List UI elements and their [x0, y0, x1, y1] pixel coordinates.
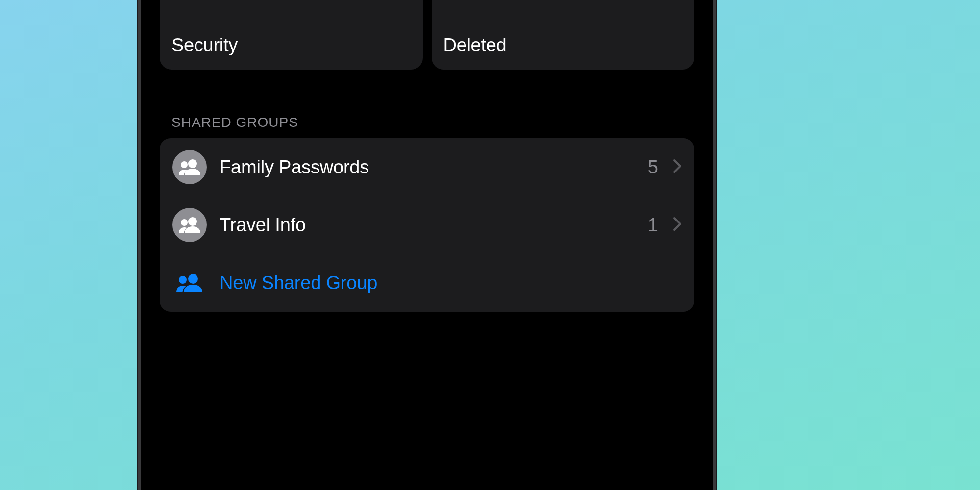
svg-point-4 [188, 274, 198, 284]
shared-groups-header: Shared Groups [150, 115, 704, 130]
new-shared-group-button[interactable]: New Shared Group [160, 254, 694, 312]
group-label: Travel Info [220, 215, 635, 236]
svg-point-0 [188, 159, 197, 168]
chevron-right-icon [673, 159, 682, 175]
shared-groups-list: Family Passwords 5 Travel Info 1 [160, 138, 694, 312]
svg-point-1 [181, 161, 188, 168]
screen: Security Deleted Shared Groups Family [150, 0, 704, 490]
deleted-tile[interactable]: Deleted [432, 0, 695, 70]
people-icon [172, 208, 207, 242]
shared-group-row[interactable]: Travel Info 1 [160, 196, 694, 254]
people-add-icon [172, 266, 207, 300]
security-tile[interactable]: Security [160, 0, 423, 70]
group-label: Family Passwords [220, 157, 635, 178]
group-count: 1 [648, 215, 658, 236]
svg-point-2 [188, 217, 197, 226]
chevron-right-icon [673, 217, 682, 233]
tile-label: Deleted [443, 35, 683, 56]
group-count: 5 [648, 157, 658, 178]
category-tiles-row: Security Deleted [150, 0, 704, 70]
shared-group-row[interactable]: Family Passwords 5 [160, 138, 694, 196]
new-shared-group-label: New Shared Group [220, 272, 682, 294]
device-frame: Security Deleted Shared Groups Family [138, 0, 716, 490]
svg-point-3 [181, 219, 188, 226]
svg-point-5 [179, 276, 187, 284]
people-icon [172, 150, 207, 184]
tile-label: Security [172, 35, 411, 56]
